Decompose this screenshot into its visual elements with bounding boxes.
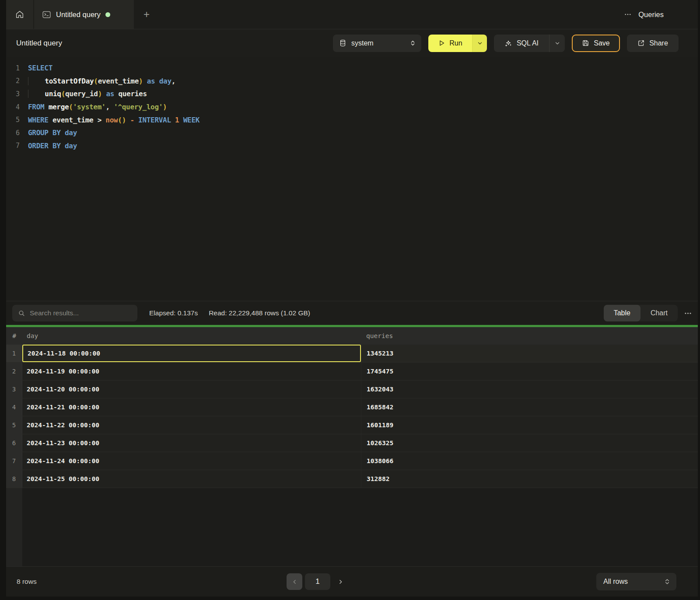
table-row[interactable]: 12024-11-18 00:00:001345213: [6, 345, 698, 363]
line-number: 7: [6, 142, 28, 150]
code-line[interactable]: 7ORDER BY day: [6, 140, 698, 153]
day-cell[interactable]: 2024-11-25 00:00:00: [22, 470, 361, 488]
code-line[interactable]: 1SELECT: [6, 62, 698, 75]
row-index-cell[interactable]: 8: [6, 470, 22, 488]
column-header-queries[interactable]: queries: [361, 332, 698, 339]
tabbar-right: Queries: [624, 0, 698, 29]
sql-ai-button[interactable]: SQL AI: [494, 35, 549, 52]
pagination: 1: [287, 573, 348, 590]
line-number: 3: [6, 90, 28, 98]
save-button-label: Save: [594, 39, 609, 47]
table-row[interactable]: 72024-11-24 00:00:001038066: [6, 452, 698, 470]
run-options-caret[interactable]: [472, 35, 487, 52]
view-tab-table[interactable]: Table: [604, 305, 640, 321]
table-body: 12024-11-18 00:00:00134521322024-11-19 0…: [6, 345, 698, 488]
header-controls: system Run: [333, 35, 698, 52]
row-index-cell[interactable]: 6: [6, 434, 22, 452]
day-cell[interactable]: 2024-11-22 00:00:00: [22, 416, 361, 434]
line-number: 5: [6, 116, 28, 124]
page-number-button[interactable]: 1: [305, 573, 330, 590]
code-line[interactable]: 3 uniq(query_id) as queries: [6, 87, 698, 101]
share-button[interactable]: Share: [627, 35, 679, 52]
line-number: 1: [6, 64, 28, 72]
read-stat: Read: 22,229,488 rows (1.02 GB): [209, 309, 310, 317]
table-row[interactable]: 32024-11-20 00:00:001632043: [6, 380, 698, 398]
share-icon: [637, 39, 645, 47]
play-icon: [438, 39, 445, 47]
day-cell[interactable]: 2024-11-21 00:00:00: [22, 398, 361, 416]
page-size-value: All rows: [603, 578, 628, 586]
table-row[interactable]: 52024-11-22 00:00:001601189: [6, 416, 698, 434]
database-select[interactable]: system: [333, 35, 421, 52]
code-line[interactable]: 4FROM merge('system', '^query_log'): [6, 101, 698, 114]
queries-nav-button[interactable]: Queries: [638, 10, 664, 19]
queries-cell[interactable]: 1038066: [361, 452, 698, 470]
previous-page-button[interactable]: [287, 573, 302, 590]
results-menu-button[interactable]: [678, 309, 698, 317]
row-index-cell[interactable]: 4: [6, 398, 22, 416]
search-box: [12, 305, 137, 321]
sql-ai-label: SQL AI: [517, 39, 539, 47]
database-icon: [339, 39, 346, 47]
queries-cell[interactable]: 1345213: [361, 345, 698, 362]
day-cell[interactable]: 2024-11-19 00:00:00: [22, 363, 361, 380]
table-row[interactable]: 62024-11-23 00:00:001026325: [6, 434, 698, 452]
row-index-cell[interactable]: 7: [6, 452, 22, 470]
database-select-value: system: [351, 39, 374, 47]
results-table: # day queries 12024-11-18 00:00:00134521…: [6, 327, 698, 566]
new-tab-button[interactable]: +: [134, 0, 159, 29]
next-page-button[interactable]: [333, 573, 348, 590]
day-cell[interactable]: 2024-11-20 00:00:00: [22, 380, 361, 398]
more-options-icon[interactable]: [624, 10, 632, 18]
run-button[interactable]: Run: [428, 35, 472, 52]
tab-bar: Untitled query + Queries: [6, 0, 698, 29]
day-cell[interactable]: 2024-11-23 00:00:00: [22, 434, 361, 452]
results-toolbar: Elapsed: 0.137s Read: 22,229,488 rows (1…: [6, 301, 698, 325]
page-size-updown-icon: [664, 578, 671, 585]
row-index-cell[interactable]: 2: [6, 363, 22, 380]
code-line[interactable]: 5WHERE event_time > now() - INTERVAL 1 W…: [6, 113, 698, 126]
table-row[interactable]: 42024-11-21 00:00:001685842: [6, 398, 698, 416]
line-number: 2: [6, 77, 28, 85]
terminal-icon: [42, 10, 51, 19]
queries-cell[interactable]: 1601189: [361, 416, 698, 434]
row-index-cell[interactable]: 1: [6, 345, 22, 362]
row-index-cell[interactable]: 3: [6, 380, 22, 398]
save-icon: [582, 39, 589, 47]
sql-ai-button-group: SQL AI: [494, 35, 565, 52]
tab-title: Untitled query: [56, 10, 101, 19]
sql-ai-caret[interactable]: [549, 35, 565, 52]
search-results-input[interactable]: [12, 305, 137, 321]
code-line[interactable]: 2 toStartOfDay(event_time) as day,: [6, 75, 698, 88]
run-button-label: Run: [449, 39, 462, 47]
view-tab-chart[interactable]: Chart: [640, 305, 678, 321]
run-button-group: Run: [428, 35, 487, 52]
line-number: 4: [6, 103, 28, 111]
column-header-day[interactable]: day: [22, 332, 361, 339]
queries-cell[interactable]: 1685842: [361, 398, 698, 416]
home-icon: [15, 10, 24, 19]
queries-cell[interactable]: 1026325: [361, 434, 698, 452]
view-toggle: Table Chart: [604, 305, 678, 321]
day-cell[interactable]: 2024-11-18 00:00:00: [22, 345, 361, 362]
queries-cell[interactable]: 1632043: [361, 380, 698, 398]
column-header-index: #: [6, 332, 22, 339]
tab-untitled-query[interactable]: Untitled query: [34, 0, 134, 29]
row-index-cell[interactable]: 5: [6, 416, 22, 434]
day-cell[interactable]: 2024-11-24 00:00:00: [22, 452, 361, 470]
table-header-row: # day queries: [6, 327, 698, 345]
page-size-select[interactable]: All rows: [596, 573, 676, 590]
row-count: 8 rows: [17, 578, 37, 586]
queries-cell[interactable]: 1745475: [361, 363, 698, 380]
save-button[interactable]: Save: [572, 35, 620, 52]
code-line[interactable]: 6GROUP BY day: [6, 126, 698, 140]
results-footer: 8 rows 1 All rows: [6, 566, 698, 597]
table-empty-area: [6, 488, 698, 566]
table-row[interactable]: 82024-11-25 00:00:00312882: [6, 470, 698, 488]
search-icon: [18, 310, 25, 317]
sparkles-icon: [504, 39, 512, 47]
table-row[interactable]: 22024-11-19 00:00:001745475: [6, 363, 698, 380]
queries-cell[interactable]: 312882: [361, 470, 698, 488]
sql-editor[interactable]: 1SELECT2 toStartOfDay(event_time) as day…: [6, 57, 698, 301]
home-button[interactable]: [6, 0, 33, 29]
